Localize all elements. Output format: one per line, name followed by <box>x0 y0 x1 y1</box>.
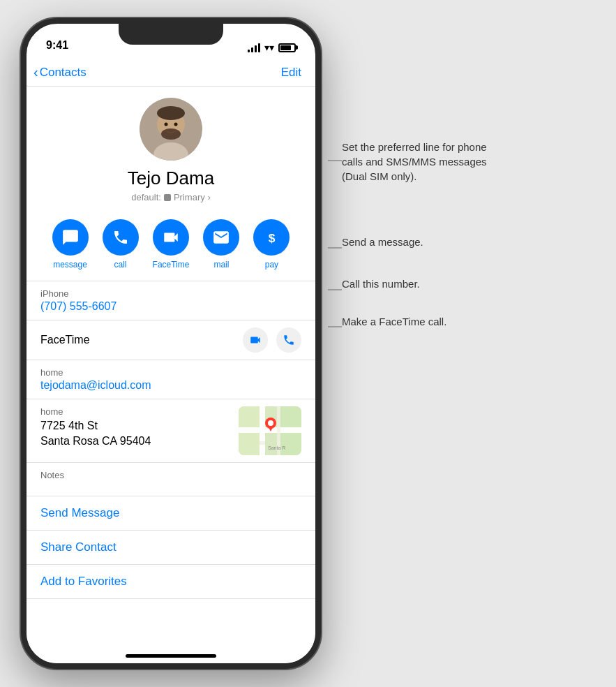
phone-shell: 9:41 ▾▾ ‹ Contacts <box>21 18 321 669</box>
facetime-row-label: FaceTime <box>40 334 90 346</box>
edit-button[interactable]: Edit <box>281 66 301 80</box>
email-label: home <box>40 367 301 378</box>
mail-action[interactable]: mail <box>203 219 239 269</box>
address-value: 7725 4th St Santa Rosa CA 95404 <box>40 418 232 450</box>
status-time: 9:41 <box>46 39 68 53</box>
message-icon <box>52 219 89 256</box>
svg-rect-18 <box>280 433 301 455</box>
pay-action[interactable]: $ pay <box>253 219 290 269</box>
facetime-audio-button[interactable] <box>276 327 301 353</box>
facetime-action[interactable]: FaceTime <box>153 219 190 269</box>
subtitle-text: default: <box>131 192 161 202</box>
notes-section: Notes <box>27 463 315 496</box>
pay-label: pay <box>265 260 278 269</box>
back-label: Contacts <box>40 66 87 80</box>
annotation-call-number-text: Call this number. <box>342 278 420 290</box>
screen: ‹ Contacts Edit <box>27 59 315 663</box>
notes-label: Notes <box>40 470 301 480</box>
action-buttons: message call <box>27 211 315 281</box>
facetime-row: FaceTime <box>27 320 315 360</box>
pay-icon: $ <box>253 219 290 256</box>
facetime-icon <box>153 219 189 256</box>
add-to-favorites-link[interactable]: Add to Favorites <box>27 565 315 599</box>
status-icons: ▾▾ <box>248 42 296 53</box>
svg-rect-14 <box>265 433 277 455</box>
sim-badge-icon <box>164 194 171 201</box>
share-contact-link[interactable]: Share Contact <box>27 531 315 565</box>
annotation-facetime-call-text: Make a FaceTime call. <box>342 316 446 327</box>
svg-rect-10 <box>260 406 265 455</box>
battery-icon <box>278 43 296 52</box>
notch <box>119 24 223 45</box>
annotation-send-message-text: Send a message. <box>342 236 423 248</box>
address-label: home <box>40 406 232 417</box>
signal-bars <box>248 43 260 52</box>
annotation-dual-sim: Set the preferred line for phone calls a… <box>342 140 495 184</box>
call-label: call <box>114 260 127 269</box>
email-value[interactable]: tejodama@icloud.com <box>40 379 301 392</box>
wifi-icon: ▾▾ <box>264 42 274 53</box>
message-action[interactable]: message <box>52 219 89 269</box>
svg-rect-15 <box>239 406 260 427</box>
chevron-right-icon: › <box>208 193 211 202</box>
mail-icon <box>203 219 239 256</box>
contact-name: Tejo Dama <box>128 168 214 189</box>
back-button[interactable]: ‹ Contacts <box>33 64 87 80</box>
annotation-dual-sim-text: Set the preferred line for phone calls a… <box>342 141 487 182</box>
annotation-facetime-call: Make a FaceTime call. <box>342 316 446 328</box>
avatar <box>140 98 202 161</box>
phone-number[interactable]: (707) 555-6607 <box>40 300 301 313</box>
contact-subtitle: default: Primary › <box>131 192 210 202</box>
svg-point-21 <box>268 420 273 426</box>
email-section: home tejodama@icloud.com <box>27 360 315 399</box>
svg-rect-17 <box>280 406 301 427</box>
annotation-call-number: Call this number. <box>342 278 420 290</box>
message-label: message <box>53 260 87 269</box>
facetime-label: FaceTime <box>153 260 190 269</box>
svg-text:$: $ <box>269 231 276 245</box>
svg-rect-16 <box>239 433 260 455</box>
annotations-panel: Set the preferred line for phone calls a… <box>328 0 593 651</box>
home-indicator <box>126 654 216 658</box>
svg-point-6 <box>174 123 178 126</box>
call-icon <box>103 219 139 256</box>
map-thumbnail[interactable]: Santa R <box>239 406 301 455</box>
contact-header: Tejo Dama default: Primary › <box>27 87 315 211</box>
svg-point-2 <box>157 106 185 120</box>
facetime-video-button[interactable] <box>243 327 268 353</box>
facetime-call-icons <box>243 327 301 353</box>
address-section: home 7725 4th St Santa Rosa CA 95404 <box>27 399 315 463</box>
mail-label: mail <box>213 260 229 269</box>
back-arrow-icon: ‹ <box>33 64 38 80</box>
address-text: home 7725 4th St Santa Rosa CA 95404 <box>40 406 232 455</box>
phone-label: iPhone <box>40 288 301 299</box>
annotation-send-message: Send a message. <box>342 236 423 249</box>
call-action[interactable]: call <box>103 219 139 269</box>
nav-bar: ‹ Contacts Edit <box>27 59 315 87</box>
send-message-link[interactable]: Send Message <box>27 496 315 531</box>
sim-label: Primary <box>174 192 205 202</box>
svg-point-3 <box>161 128 181 140</box>
svg-point-5 <box>165 123 168 126</box>
phone-section: iPhone (707) 555-6607 <box>27 281 315 320</box>
svg-text:Santa R: Santa R <box>268 445 285 450</box>
